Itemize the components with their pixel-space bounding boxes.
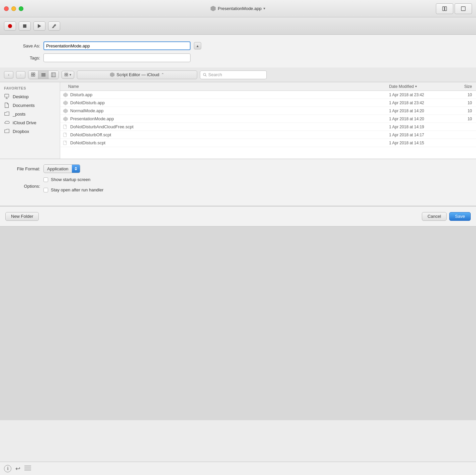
tags-row: Tags: <box>13 53 463 62</box>
show-startup-row: Show startup screen <box>43 177 104 182</box>
stay-open-label: Stay open after run handler <box>51 187 104 192</box>
list-view-icon[interactable] <box>24 465 31 472</box>
svg-marker-25 <box>63 93 68 97</box>
table-row[interactable]: NormalMode.app 1 Apr 2018 at 14:20 10 <box>60 107 476 115</box>
col-size-header[interactable]: Size <box>456 84 476 89</box>
table-row[interactable]: DoNotDisturbOff.scpt 1 Apr 2018 at 14:17 <box>60 131 476 139</box>
window-title-text: PresentationMode.app <box>218 6 262 11</box>
file-browser: Favorites Desktop <box>0 82 476 159</box>
back-arrow-icon[interactable]: ↩ <box>15 465 20 472</box>
svg-marker-28 <box>63 117 68 121</box>
sidebar-item-icloud[interactable]: iCloud Drive <box>0 118 60 127</box>
file-format-value: Application <box>44 166 72 171</box>
close-button[interactable] <box>4 6 9 11</box>
file-name-cell: DoNotDisturbAndCloudFree.scpt <box>60 124 389 130</box>
sidebar-item-dropbox[interactable]: Dropbox <box>0 127 60 136</box>
save-as-input[interactable] <box>43 41 191 50</box>
svg-rect-4 <box>23 24 26 28</box>
back-button[interactable]: ‹ <box>4 71 13 78</box>
svg-rect-15 <box>51 72 55 76</box>
search-box[interactable]: Search <box>200 70 267 79</box>
sidebar-item-posts[interactable]: _posts <box>0 110 60 118</box>
sidebar-item-desktop[interactable]: Desktop <box>0 92 60 101</box>
file-format-select[interactable]: Application <box>43 164 80 173</box>
tile-left-button[interactable] <box>436 3 453 14</box>
svg-marker-27 <box>63 109 68 113</box>
minimize-button[interactable] <box>11 6 16 11</box>
dropbox-folder-icon <box>4 128 10 134</box>
arrange-button[interactable]: ▾ <box>62 71 74 79</box>
scpt-file-icon <box>63 132 68 138</box>
tags-label: Tags: <box>13 55 40 60</box>
show-startup-checkbox[interactable] <box>43 177 48 182</box>
stop-button[interactable] <box>19 21 31 31</box>
window-title: PresentationMode.app ▾ <box>211 6 266 11</box>
column-view-button[interactable] <box>48 71 58 79</box>
table-row[interactable]: DoNotDisturb.scpt 1 Apr 2018 at 14:15 <box>60 139 476 147</box>
stay-open-row: Stay open after run handler <box>43 187 104 192</box>
file-date-cell: 1 Apr 2018 at 14:15 <box>389 141 456 145</box>
svg-rect-22 <box>5 94 9 97</box>
expand-button[interactable]: ▲ <box>194 42 201 49</box>
search-icon <box>203 73 207 77</box>
traffic-lights <box>4 6 23 11</box>
sidebar-item-label: iCloud Drive <box>13 120 36 125</box>
tags-input[interactable] <box>43 53 191 62</box>
window-controls <box>436 3 472 14</box>
list-view-button[interactable] <box>38 71 48 79</box>
file-format-row: File Format: Application <box>7 164 469 173</box>
save-button[interactable]: Save <box>449 212 471 221</box>
svg-marker-5 <box>38 24 41 28</box>
play-button[interactable] <box>33 21 45 31</box>
forward-button[interactable]: › <box>16 71 25 78</box>
file-date-cell: 1 Apr 2018 at 14:19 <box>389 125 456 129</box>
file-date-cell: 1 Apr 2018 at 14:20 <box>389 117 456 121</box>
save-header: Save As: ▲ Tags: <box>0 35 476 67</box>
svg-rect-16 <box>65 73 66 74</box>
chevron-down-icon[interactable]: ▾ <box>263 6 265 11</box>
save-as-label: Save As: <box>13 43 40 48</box>
file-size-cell: 10 <box>456 109 476 113</box>
maximize-button[interactable] <box>19 6 23 11</box>
view-mode-buttons <box>28 70 59 79</box>
background-area <box>0 226 476 420</box>
sidebar-item-label: Desktop <box>13 94 29 99</box>
info-icon[interactable]: ℹ <box>4 465 11 472</box>
location-chevron: ⌃ <box>161 72 164 77</box>
col-name-header[interactable]: Name <box>60 84 389 89</box>
new-folder-button[interactable]: New Folder <box>5 212 39 221</box>
table-row[interactable]: DoNotDisturb.app 1 Apr 2018 at 23:42 10 <box>60 99 476 107</box>
col-date-header[interactable]: Date Modified ▾ <box>389 84 456 89</box>
svg-point-20 <box>204 73 206 75</box>
options-label: Options: <box>7 184 40 189</box>
sidebar-item-documents[interactable]: Documents <box>0 101 60 110</box>
app-icon <box>211 6 216 11</box>
sidebar-item-label: _posts <box>13 112 25 117</box>
svg-rect-17 <box>67 73 68 74</box>
search-placeholder: Search <box>208 72 222 77</box>
svg-rect-9 <box>33 75 35 76</box>
location-icon <box>110 72 115 77</box>
svg-rect-7 <box>33 72 35 74</box>
checkboxes-container: Show startup screen Stay open after run … <box>43 177 104 195</box>
svg-marker-33 <box>75 169 77 170</box>
location-selector[interactable]: Script Editor — iCloud ⌃ <box>77 70 197 79</box>
record-button[interactable] <box>4 21 16 31</box>
options-panel: File Format: Application Options: Show s… <box>0 159 476 206</box>
table-row[interactable]: Disturb.app 1 Apr 2018 at 23:42 10 <box>60 91 476 99</box>
file-size-cell: 10 <box>456 101 476 105</box>
app-toolbar <box>0 17 476 35</box>
file-format-label: File Format: <box>7 166 40 171</box>
table-row[interactable]: DoNotDisturbAndCloudFree.scpt 1 Apr 2018… <box>60 123 476 131</box>
title-bar: PresentationMode.app ▾ <box>0 0 476 17</box>
build-button[interactable] <box>48 21 60 31</box>
file-name-cell: DoNotDisturbOff.scpt <box>60 132 389 138</box>
icon-view-button[interactable] <box>28 71 38 79</box>
cancel-button[interactable]: Cancel <box>422 212 447 221</box>
file-list: Name Date Modified ▾ Size Disturb.app 1 … <box>60 82 476 159</box>
table-row[interactable]: PresentationMode.app 1 Apr 2018 at 14:20… <box>60 115 476 123</box>
app-file-icon <box>63 108 68 114</box>
sidebar: Favorites Desktop <box>0 82 60 159</box>
tile-right-button[interactable] <box>455 3 472 14</box>
stay-open-checkbox[interactable] <box>43 188 48 192</box>
